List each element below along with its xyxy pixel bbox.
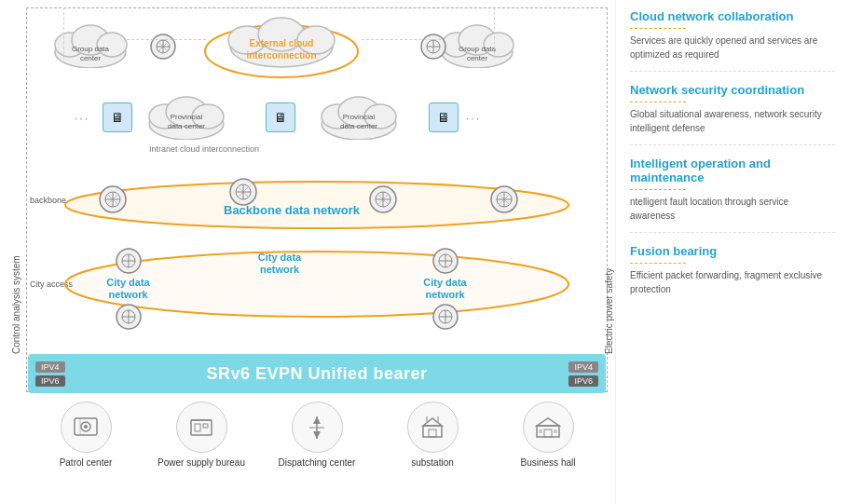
icon-substation: substation bbox=[386, 402, 479, 468]
svg-text:center: center bbox=[80, 54, 102, 62]
icon-business-hall: Business hall bbox=[501, 402, 595, 468]
svg-text:External cloud: External cloud bbox=[250, 38, 314, 48]
section-fusion-bearing: Fusion bearing Efficient packet forwardi… bbox=[630, 244, 835, 306]
svg-text:Group data: Group data bbox=[72, 45, 110, 53]
svg-text:center: center bbox=[467, 54, 488, 62]
dots-left: ··· bbox=[75, 112, 89, 125]
dashed-line-1 bbox=[63, 7, 64, 59]
divider-4 bbox=[630, 263, 686, 264]
icon-power-supply: Power supply bureau bbox=[155, 402, 248, 468]
fusion-title: Fusion bearing bbox=[630, 244, 835, 258]
svg-text:Provincial: Provincial bbox=[343, 113, 376, 121]
svg-text:data center: data center bbox=[168, 122, 205, 130]
city-network-1: City datanetwork bbox=[89, 247, 168, 331]
section-cloud-collaboration: Cloud network collaboration Services are… bbox=[630, 9, 835, 72]
external-cloud: External cloud interconnection bbox=[200, 14, 363, 79]
cloud-provincial-right: Provincial data center bbox=[317, 89, 401, 140]
city-net-label-1: City datanetwork bbox=[89, 277, 168, 301]
city-net-label-2: City datanetwork bbox=[238, 252, 322, 276]
net-sec-text: Global situational awareness, network se… bbox=[630, 107, 835, 135]
dots-right: ··· bbox=[466, 112, 481, 125]
icon-dispatching: Dispatching center bbox=[270, 402, 363, 468]
svg-text:interconnection: interconnection bbox=[246, 50, 316, 61]
svg-marker-92 bbox=[313, 416, 321, 424]
top-border bbox=[26, 7, 608, 8]
svg-rect-104 bbox=[554, 429, 557, 433]
divider-3 bbox=[630, 189, 686, 190]
backbone-node-3 bbox=[368, 184, 398, 216]
svg-text:data center: data center bbox=[340, 122, 377, 130]
svg-point-85 bbox=[84, 425, 88, 429]
city-network-3: City datanetwork bbox=[405, 247, 485, 331]
intranet-label: Intranet cloud interconnection bbox=[149, 144, 259, 154]
srv6-banner: IPV4 IPV6 SRv6 EVPN Unified bearer IPV4 … bbox=[28, 354, 606, 393]
svg-rect-87 bbox=[191, 420, 212, 435]
cloud-provincial-left: Provincial data center bbox=[144, 89, 228, 140]
svg-marker-101 bbox=[537, 418, 559, 426]
svg-text:Group data: Group data bbox=[459, 45, 497, 53]
substation-icon bbox=[407, 402, 459, 453]
section-network-security: Network security coordination Global sit… bbox=[630, 83, 835, 145]
svg-rect-95 bbox=[423, 426, 442, 437]
intel-ops-title: Intelligent operation and maintenance bbox=[630, 157, 835, 184]
power-supply-icon bbox=[176, 402, 227, 453]
svg-rect-97 bbox=[429, 429, 436, 437]
backbone-node-4 bbox=[489, 184, 519, 216]
dashed-line-2 bbox=[494, 7, 495, 59]
vertical-label-left: Control analysis system bbox=[11, 19, 21, 354]
h-dashed-2 bbox=[362, 39, 441, 40]
svg-rect-102 bbox=[544, 429, 552, 437]
city-network-2: City datanetwork bbox=[238, 247, 322, 276]
section-intelligent-ops: Intelligent operation and maintenance nt… bbox=[630, 157, 835, 233]
patrol-center-label: Patrol center bbox=[60, 457, 113, 468]
backbone-node-1 bbox=[98, 184, 128, 216]
h-dashed-1 bbox=[127, 39, 206, 40]
srv6-label: SRv6 EVPN Unified bearer bbox=[206, 364, 427, 384]
backbone-label: Backbone data network bbox=[224, 203, 360, 217]
svg-rect-89 bbox=[203, 424, 208, 428]
cloud-collab-text: Services are quickly opened and services… bbox=[630, 34, 835, 61]
vertical-label-right: Electric power safety bbox=[604, 19, 614, 354]
ipv4-left: IPV4 bbox=[35, 361, 65, 373]
dc-box-left: 🖥 bbox=[103, 102, 132, 132]
ipv6-left: IPV6 bbox=[35, 375, 65, 387]
ipv6-right: IPV6 bbox=[568, 375, 598, 387]
ipv4-right: IPV4 bbox=[568, 361, 598, 373]
patrol-center-icon bbox=[61, 402, 112, 453]
diagram-area: Control analysis system Electric power s… bbox=[0, 0, 615, 504]
intel-ops-text: ntelligent fault location through servic… bbox=[630, 195, 835, 223]
net-sec-title: Network security coordination bbox=[630, 83, 835, 97]
divider-1 bbox=[630, 28, 686, 29]
power-supply-label: Power supply bureau bbox=[157, 457, 245, 468]
icon-patrol-center: Patrol center bbox=[39, 402, 132, 468]
dc-box-center: 🖥 bbox=[266, 102, 295, 132]
svg-rect-103 bbox=[539, 429, 542, 433]
substation-label: substation bbox=[411, 457, 454, 468]
bottom-icons-row: Patrol center Power supply bureau bbox=[28, 402, 606, 499]
backbone-side-label: backbone bbox=[30, 196, 66, 205]
svg-text:Provincial: Provincial bbox=[171, 113, 203, 121]
svg-marker-93 bbox=[313, 431, 321, 439]
svg-rect-88 bbox=[195, 424, 200, 431]
cloud-group-right: Group data center bbox=[438, 17, 517, 68]
business-hall-label: Business hall bbox=[521, 457, 576, 468]
router-node-top-right bbox=[419, 33, 447, 62]
svg-marker-96 bbox=[423, 418, 442, 426]
fusion-text: Efficient packet forwarding, fragment ex… bbox=[630, 268, 835, 296]
router-node-top-left bbox=[149, 33, 177, 62]
dc-box-right: 🖥 bbox=[429, 102, 459, 132]
right-panel: Cloud network collaboration Services are… bbox=[615, 0, 849, 504]
dispatching-icon bbox=[292, 402, 343, 453]
business-hall-icon bbox=[523, 402, 574, 453]
cloud-collab-title: Cloud network collaboration bbox=[630, 9, 835, 23]
divider-2 bbox=[630, 102, 686, 102]
dispatching-label: Dispatching center bbox=[279, 457, 356, 468]
city-net-label-3: City datanetwork bbox=[405, 277, 485, 301]
main-container: Control analysis system Electric power s… bbox=[0, 0, 849, 504]
